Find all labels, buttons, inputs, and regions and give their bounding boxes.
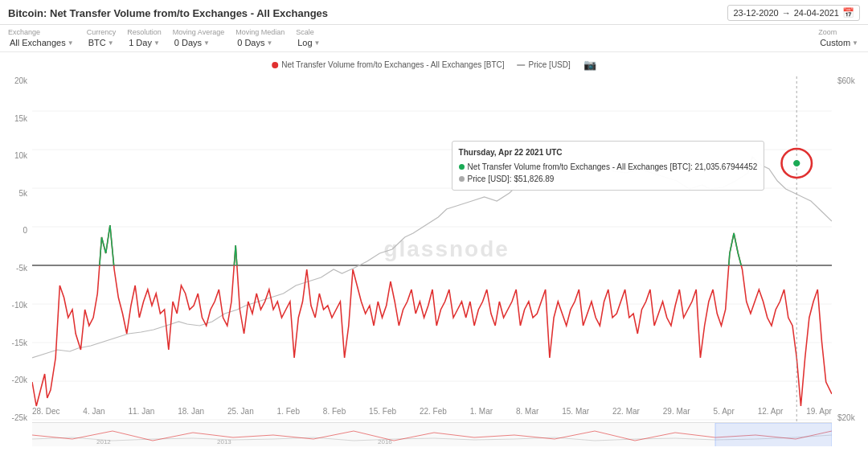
x-label-15feb: 15. Feb xyxy=(369,407,396,416)
legend-dot-red xyxy=(272,62,278,68)
moving-avg-dropdown[interactable]: 0 Days ▼ xyxy=(173,37,224,48)
scale-arrow-icon: ▼ xyxy=(314,39,321,47)
y-left-15k: 15k xyxy=(14,114,27,123)
header: Bitcoin: Net Transfer Volume from/to Exc… xyxy=(0,0,868,25)
zoom-arrow-icon: ▼ xyxy=(852,39,858,47)
toolbar: Exchange All Exchanges ▼ Currency BTC ▼ … xyxy=(0,25,868,52)
legend-price: Price [USD] xyxy=(518,60,571,69)
date-start: 23-12-2020 xyxy=(733,8,778,18)
exchange-arrow-icon: ▼ xyxy=(68,39,74,47)
date-arrow: → xyxy=(782,8,791,18)
y-right-20k: $20k xyxy=(837,413,855,422)
x-label-28dec: 28. Dec xyxy=(32,407,59,416)
currency-arrow-icon: ▼ xyxy=(108,39,114,47)
camera-icon[interactable]: 📷 xyxy=(583,59,596,71)
x-label-8mar: 8. Mar xyxy=(516,407,538,416)
legend-dot-gray xyxy=(518,64,526,66)
y-left-0: 0 xyxy=(23,226,27,235)
svg-point-12 xyxy=(792,159,800,167)
x-label-11jan: 11. Jan xyxy=(129,407,155,416)
scale-value: Log xyxy=(297,38,312,47)
x-label-22mar: 22. Mar xyxy=(612,407,640,416)
legend-net-transfer-label: Net Transfer Volume from/to Exchanges - … xyxy=(281,60,504,69)
zoom-dropdown[interactable]: Custom ▼ xyxy=(818,37,860,48)
x-axis: 28. Dec 4. Jan 11. Jan 18. Jan 25. Jan 1… xyxy=(32,407,832,416)
resolution-selector: Resolution 1 Day ▼ xyxy=(127,28,162,48)
resolution-value: 1 Day xyxy=(129,38,152,47)
y-right-60k: $60k xyxy=(837,76,855,85)
date-end: 24-04-2021 xyxy=(794,8,839,18)
moving-avg-selector: Moving Average 0 Days ▼ xyxy=(173,28,224,48)
scale-label: Scale xyxy=(296,28,321,36)
x-label-18jan: 18. Jan xyxy=(178,407,204,416)
x-label-15mar: 15. Mar xyxy=(562,407,589,416)
mini-chart-svg: 2012 2013 2016 xyxy=(32,423,832,446)
x-label-5apr: 5. Apr xyxy=(714,407,735,416)
y-left-n5k: -5k xyxy=(16,264,27,273)
y-left-n25k: -25k xyxy=(12,413,27,422)
y-axis-left: 20k 15k 10k 5k 0 -5k -10k -15k -20k -25k xyxy=(0,76,31,422)
moving-med-dropdown[interactable]: 0 Days ▼ xyxy=(235,37,285,48)
date-range[interactable]: 23-12-2020 → 24-04-2021 📅 xyxy=(727,5,860,21)
resolution-label: Resolution xyxy=(127,28,162,36)
currency-label: Currency xyxy=(87,28,117,36)
exchange-label: Exchange xyxy=(8,28,76,36)
y-left-n10k: -10k xyxy=(12,301,27,310)
currency-selector: Currency BTC ▼ xyxy=(87,28,117,48)
moving-avg-arrow-icon: ▼ xyxy=(203,39,210,47)
resolution-arrow-icon: ▼ xyxy=(154,39,160,47)
moving-avg-label: Moving Average xyxy=(173,28,224,36)
x-label-8feb: 8. Feb xyxy=(323,407,346,416)
calendar-icon: 📅 xyxy=(842,7,854,18)
svg-rect-14 xyxy=(715,423,832,446)
exchange-value: All Exchanges xyxy=(10,38,66,47)
scale-dropdown[interactable]: Log ▼ xyxy=(296,37,321,48)
moving-med-value: 0 Days xyxy=(237,38,264,47)
y-left-5k: 5k xyxy=(18,189,27,198)
svg-text:2012: 2012 xyxy=(96,438,111,445)
y-left-n20k: -20k xyxy=(12,376,27,384)
x-label-1mar: 1. Mar xyxy=(470,407,493,416)
legend-net-transfer: Net Transfer Volume from/to Exchanges - … xyxy=(272,60,504,69)
moving-avg-value: 0 Days xyxy=(174,38,202,47)
y-left-20k: 20k xyxy=(14,76,27,85)
zoom-value: Custom xyxy=(820,38,850,47)
x-label-12apr: 12. Apr xyxy=(758,407,784,416)
svg-rect-9 xyxy=(32,76,832,265)
exchange-dropdown[interactable]: All Exchanges ▼ xyxy=(8,37,76,48)
svg-text:2016: 2016 xyxy=(378,438,392,445)
moving-med-label: Moving Median xyxy=(235,28,285,36)
zoom-selector: Zoom Custom ▼ xyxy=(818,28,860,48)
mini-chart: 2012 2013 2016 xyxy=(32,422,832,446)
exchange-selector: Exchange All Exchanges ▼ xyxy=(8,28,76,48)
x-label-25jan: 25. Jan xyxy=(227,407,254,416)
moving-med-selector: Moving Median 0 Days ▼ xyxy=(235,28,285,48)
legend-price-label: Price [USD] xyxy=(529,60,571,69)
y-left-n15k: -15k xyxy=(12,339,27,347)
svg-text:2013: 2013 xyxy=(217,438,231,445)
date-range-container: 23-12-2020 → 24-04-2021 📅 xyxy=(727,5,860,21)
y-left-10k: 10k xyxy=(14,151,27,160)
x-label-4jan: 4. Jan xyxy=(83,407,104,416)
zoom-label: Zoom xyxy=(818,28,860,36)
scale-selector: Scale Log ▼ xyxy=(296,28,321,48)
x-label-19apr: 19. Apr xyxy=(806,407,832,416)
x-label-29mar: 29. Mar xyxy=(663,407,690,416)
y-axis-right: $60k $20k xyxy=(834,76,868,422)
chart-area[interactable]: Net Transfer Volume from/to Exchanges - … xyxy=(0,52,868,446)
currency-dropdown[interactable]: BTC ▼ xyxy=(87,37,117,48)
chart-legend: Net Transfer Volume from/to Exchanges - … xyxy=(272,59,596,71)
page-title: Bitcoin: Net Transfer Volume from/to Exc… xyxy=(8,7,328,19)
x-label-1feb: 1. Feb xyxy=(277,407,300,416)
svg-rect-10 xyxy=(32,265,832,422)
resolution-dropdown[interactable]: 1 Day ▼ xyxy=(127,37,162,48)
moving-med-arrow-icon: ▼ xyxy=(266,39,272,47)
x-label-22feb: 22. Feb xyxy=(420,407,447,416)
currency-value: BTC xyxy=(88,38,106,47)
chart-svg xyxy=(32,76,832,422)
